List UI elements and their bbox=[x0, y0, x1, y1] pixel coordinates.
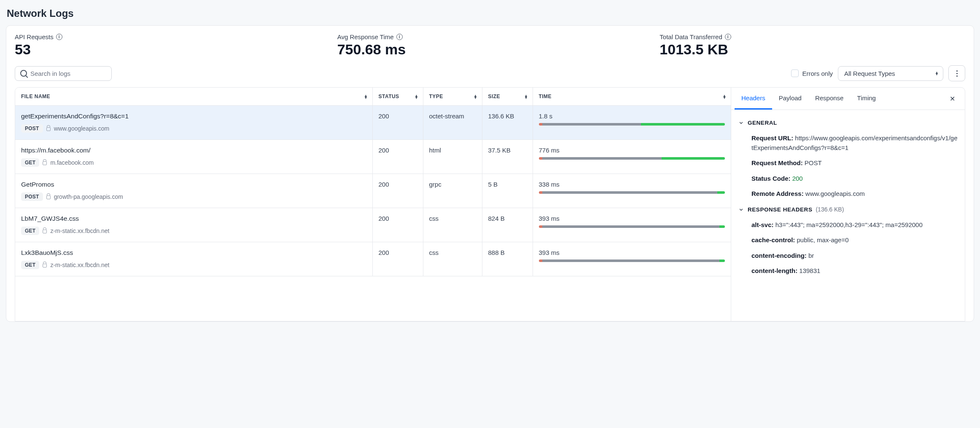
method-badge: GET bbox=[21, 158, 39, 167]
table-row[interactable]: GetPromosPOSTgrowth-pa.googleapis.com200… bbox=[15, 174, 731, 208]
toolbar: Errors only All Request Types bbox=[15, 65, 965, 81]
section-response-headers-toggle[interactable]: RESPONSE HEADERS (136.6 KB) bbox=[738, 206, 958, 213]
size-cell: 37.5 KB bbox=[482, 140, 533, 174]
page-title: Network Logs bbox=[6, 8, 974, 19]
type-cell: grpc bbox=[423, 174, 482, 208]
table-row[interactable]: getExperimentsAndConfigs?r=8&c=1POSTwww.… bbox=[15, 106, 731, 140]
metric-value: 750.68 ms bbox=[337, 41, 643, 58]
time-value: 393 ms bbox=[539, 215, 725, 222]
host: growth-pa.googleapis.com bbox=[54, 193, 123, 200]
info-icon[interactable] bbox=[56, 34, 62, 40]
file-name: Lxk3BauoMjS.css bbox=[21, 249, 366, 257]
sort-icon bbox=[524, 95, 528, 99]
size-cell: 888 B bbox=[482, 242, 533, 276]
errors-only-label: Errors only bbox=[802, 70, 833, 77]
metric-avg-response-time: Avg Response Time 750.68 ms bbox=[337, 33, 643, 58]
file-name: getExperimentsAndConfigs?r=8&c=1 bbox=[21, 112, 366, 120]
table-row[interactable]: Lxk3BauoMjS.cssGETz-m-static.xx.fbcdn.ne… bbox=[15, 242, 731, 276]
metric-api-requests: API Requests 53 bbox=[15, 33, 320, 58]
status-cell: 200 bbox=[372, 242, 423, 276]
info-icon[interactable] bbox=[725, 34, 731, 40]
method-badge: POST bbox=[21, 124, 43, 133]
host: m.facebook.com bbox=[50, 159, 94, 166]
time-value: 338 ms bbox=[539, 181, 725, 188]
section-title: GENERAL bbox=[748, 120, 777, 126]
status-cell: 200 bbox=[372, 174, 423, 208]
close-icon[interactable] bbox=[945, 92, 959, 105]
table-row[interactable]: LbM7_GWJS4e.cssGETz-m-static.xx.fbcdn.ne… bbox=[15, 208, 731, 242]
checkbox-icon bbox=[791, 70, 799, 77]
kv-cache-control: cache-control: public, max-age=0 bbox=[738, 233, 958, 248]
metric-label: Avg Response Time bbox=[337, 33, 394, 40]
col-type[interactable]: TYPE bbox=[423, 88, 482, 106]
col-file-name[interactable]: FILE NAME bbox=[15, 88, 372, 106]
more-menu-button[interactable] bbox=[948, 65, 965, 81]
type-cell: octet-stream bbox=[423, 106, 482, 140]
tab-payload[interactable]: Payload bbox=[772, 88, 808, 110]
size-cell: 824 B bbox=[482, 208, 533, 242]
network-logs-card: API Requests 53 Avg Response Time 750.68… bbox=[6, 25, 974, 322]
tab-response[interactable]: Response bbox=[808, 88, 851, 110]
time-value: 776 ms bbox=[539, 147, 725, 154]
sort-icon bbox=[723, 95, 727, 99]
file-name: LbM7_GWJS4e.css bbox=[21, 215, 366, 222]
table-row[interactable]: https://m.facebook.com/GETm.facebook.com… bbox=[15, 140, 731, 174]
lock-icon bbox=[43, 161, 47, 165]
metric-value: 53 bbox=[15, 41, 320, 58]
type-cell: css bbox=[423, 242, 482, 276]
method-badge: GET bbox=[21, 261, 39, 269]
method-badge: GET bbox=[21, 227, 39, 235]
time-cell: 338 ms bbox=[533, 174, 731, 208]
search-input[interactable] bbox=[30, 70, 106, 77]
col-size[interactable]: SIZE bbox=[482, 88, 533, 106]
time-bar bbox=[539, 191, 725, 194]
section-size: (136.6 KB) bbox=[816, 206, 844, 213]
lock-icon bbox=[43, 264, 47, 268]
col-time[interactable]: TIME bbox=[533, 88, 731, 106]
chevrons-icon bbox=[935, 72, 939, 75]
kv-content-length: content-length: 139831 bbox=[738, 263, 958, 279]
info-icon[interactable] bbox=[396, 34, 403, 40]
tab-headers[interactable]: Headers bbox=[735, 88, 772, 110]
time-cell: 393 ms bbox=[533, 208, 731, 242]
size-cell: 5 B bbox=[482, 174, 533, 208]
search-box[interactable] bbox=[15, 66, 112, 81]
sort-icon bbox=[415, 95, 418, 99]
lock-icon bbox=[46, 127, 51, 131]
request-types-select[interactable]: All Request Types bbox=[838, 66, 943, 81]
host: z-m-static.xx.fbcdn.net bbox=[50, 262, 109, 268]
kv-request-url: Request URL: https://www.googleapis.com/… bbox=[738, 131, 958, 155]
search-icon bbox=[20, 70, 27, 77]
tab-timing[interactable]: Timing bbox=[850, 88, 882, 110]
sort-icon bbox=[474, 95, 477, 99]
host: z-m-static.xx.fbcdn.net bbox=[50, 227, 109, 234]
type-cell: html bbox=[423, 140, 482, 174]
status-cell: 200 bbox=[372, 208, 423, 242]
log-table: FILE NAME STATUS TYPE SIZE bbox=[15, 88, 731, 321]
time-value: 393 ms bbox=[539, 249, 725, 256]
section-title: RESPONSE HEADERS bbox=[748, 206, 812, 213]
lock-icon bbox=[46, 195, 51, 199]
file-name: GetPromos bbox=[21, 181, 366, 188]
lock-icon bbox=[43, 230, 47, 233]
kv-alt-svc: alt-svc: h3=":443"; ma=2592000,h3-29=":4… bbox=[738, 217, 958, 233]
method-badge: POST bbox=[21, 193, 43, 201]
metric-total-data: Total Data Transferred 1013.5 KB bbox=[660, 33, 965, 58]
errors-only-toggle[interactable]: Errors only bbox=[791, 70, 833, 77]
kv-remote-address: Remote Address: www.googleapis.com bbox=[738, 186, 958, 202]
col-status[interactable]: STATUS bbox=[372, 88, 423, 106]
time-bar bbox=[539, 157, 725, 160]
kv-request-method: Request Method: POST bbox=[738, 155, 958, 171]
chevron-down-icon bbox=[738, 206, 744, 213]
request-types-label: All Request Types bbox=[844, 70, 895, 77]
status-cell: 200 bbox=[372, 106, 423, 140]
file-name: https://m.facebook.com/ bbox=[21, 147, 366, 154]
section-general-toggle[interactable]: GENERAL bbox=[738, 119, 958, 126]
detail-body: GENERAL Request URL: https://www.googlea… bbox=[731, 110, 965, 284]
time-cell: 393 ms bbox=[533, 242, 731, 276]
time-bar bbox=[539, 259, 725, 262]
kv-status-code: Status Code: 200 bbox=[738, 171, 958, 187]
time-bar bbox=[539, 225, 725, 228]
metric-value: 1013.5 KB bbox=[660, 41, 965, 58]
time-cell: 1.8 s bbox=[533, 106, 731, 140]
